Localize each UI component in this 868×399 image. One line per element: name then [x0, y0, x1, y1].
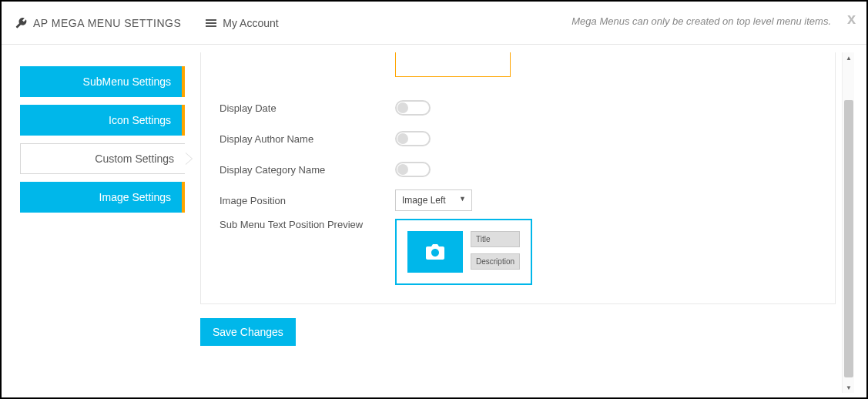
preview-description-chip: Description — [471, 253, 520, 270]
sidebar: SubMenu Settings Icon Settings Custom Se… — [2, 45, 185, 397]
row-display-category: Display Category Name — [220, 154, 816, 185]
content: Display Date Display Author Name Display… — [200, 52, 836, 397]
close-button[interactable]: x — [847, 11, 856, 26]
wrench-icon — [15, 17, 27, 28]
account-label: My Account — [223, 17, 278, 29]
partial-previous-control[interactable] — [395, 52, 511, 77]
toggle-knob — [397, 133, 408, 144]
label-display-author: Display Author Name — [220, 133, 395, 145]
tab-submenu-settings[interactable]: SubMenu Settings — [20, 66, 185, 97]
toggle-display-date[interactable] — [395, 100, 431, 116]
app-title: AP MEGA MENU SETTINGS — [33, 17, 181, 29]
preview-box: Title Description — [395, 219, 532, 285]
title-group: AP MEGA MENU SETTINGS — [15, 17, 181, 29]
camera-icon — [426, 244, 444, 260]
account-breadcrumb[interactable]: My Account — [206, 17, 278, 29]
scroll-up-button[interactable]: ▲ — [843, 52, 855, 63]
tab-image-settings[interactable]: Image Settings — [20, 182, 185, 213]
toggle-display-author[interactable] — [395, 131, 431, 146]
label-image-position: Image Position — [220, 195, 395, 206]
row-image-position: Image Position Image Left — [220, 185, 816, 216]
preview-image — [407, 231, 463, 273]
settings-modal: AP MEGA MENU SETTINGS My Account Mega Me… — [0, 0, 868, 399]
label-display-category: Display Category Name — [220, 164, 395, 176]
row-display-author: Display Author Name — [220, 123, 816, 154]
label-display-date: Display Date — [220, 102, 395, 114]
scrollbar[interactable]: ▲ ▼ — [842, 52, 854, 393]
preview-text-side: Title Description — [471, 231, 520, 270]
preview-title-chip: Title — [471, 231, 520, 247]
select-wrap: Image Left — [395, 189, 472, 211]
main-area: Display Date Display Author Name Display… — [185, 45, 866, 397]
tab-custom-settings[interactable]: Custom Settings — [20, 143, 185, 174]
scroll-down-button[interactable]: ▼ — [843, 382, 855, 393]
label-preview: Sub Menu Text Position Preview — [220, 219, 395, 230]
toggle-knob — [397, 102, 408, 113]
row-preview: Sub Menu Text Position Preview Title Des… — [220, 216, 816, 285]
scroll-thumb[interactable] — [844, 100, 853, 377]
hamburger-icon — [206, 18, 216, 28]
tab-icon-settings[interactable]: Icon Settings — [20, 105, 185, 136]
settings-panel: Display Date Display Author Name Display… — [200, 52, 836, 304]
toggle-display-category[interactable] — [395, 162, 431, 177]
select-image-position[interactable]: Image Left — [395, 189, 472, 211]
body: SubMenu Settings Icon Settings Custom Se… — [2, 45, 866, 397]
save-button[interactable]: Save Changes — [200, 318, 296, 346]
header-hint: Mega Menus can only be created on top le… — [571, 15, 831, 27]
toggle-knob — [397, 164, 408, 175]
topbar: AP MEGA MENU SETTINGS My Account Mega Me… — [2, 2, 866, 45]
row-display-date: Display Date — [220, 92, 816, 123]
